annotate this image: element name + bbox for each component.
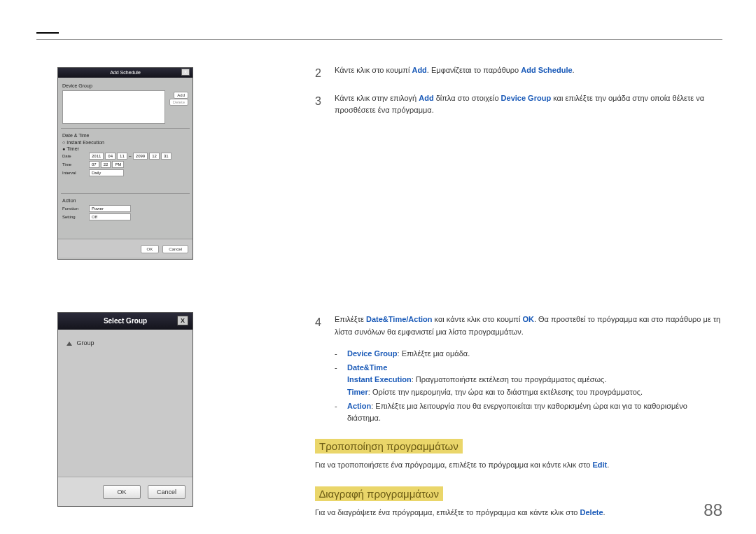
close-icon[interactable]: X [177, 316, 188, 325]
action-label: Action [62, 198, 188, 203]
tree-expand-icon[interactable] [66, 342, 72, 346]
top-divider [36, 39, 722, 40]
date-to-month[interactable]: 12 [149, 153, 160, 160]
step-number: 3 [315, 92, 335, 117]
accent-bar [36, 32, 59, 34]
date-from-year[interactable]: 2011 [89, 153, 104, 160]
instructions-steps-2-3: 2 Κάντε κλικ στο κουμπί Add. Εμφανίζεται… [315, 64, 722, 127]
instant-execution-radio[interactable]: ○ [62, 140, 65, 145]
step-2: 2 Κάντε κλικ στο κουμπί Add. Εμφανίζεται… [315, 64, 722, 83]
figure-select-group-window: Select Group X Group OK Cancel [57, 312, 193, 507]
device-group-label: Device Group [62, 83, 188, 88]
time-hour[interactable]: 07 [89, 161, 99, 168]
dialog-title: Select Group X [58, 313, 192, 330]
step-number: 2 [315, 64, 335, 83]
section-text-modify: Για να τροποποιήσετε ένα πρόγραμμα, επιλ… [315, 459, 722, 472]
instructions-step-4-and-sections: 4 Επιλέξτε Date&Time/Action και κάντε κλ… [315, 314, 722, 522]
date-from-day[interactable]: 11 [117, 153, 127, 160]
section-text-delete: Για να διαγράψετε ένα πρόγραμμα, επιλέξτ… [315, 507, 722, 519]
section-heading-delete: ∆ιαγραφή προγραμμάτων [315, 486, 443, 501]
group-tree-root[interactable]: Group [77, 339, 94, 346]
date-time-label: Date & Time [62, 133, 188, 138]
time-min[interactable]: 22 [101, 161, 111, 168]
ok-button[interactable]: OK [141, 245, 160, 253]
page-number: 88 [704, 500, 722, 520]
cancel-button[interactable]: Cancel [162, 245, 188, 253]
add-button[interactable]: Add [174, 92, 188, 99]
step-3: 3 Κάντε κλικ στην επιλογή Add δίπλα στο … [315, 92, 722, 117]
timer-radio[interactable]: ● [62, 146, 65, 151]
step-number: 4 [315, 314, 335, 338]
dialog-title-text: Add Schedule [110, 70, 141, 75]
dialog-title: Add Schedule X [58, 68, 192, 78]
close-icon[interactable]: X [181, 69, 190, 76]
time-ampm[interactable]: PM [112, 161, 124, 168]
interval-select[interactable]: Daily [89, 169, 124, 176]
step-4: 4 Επιλέξτε Date&Time/Action και κάντε κλ… [315, 314, 722, 338]
figure-add-schedule-window: Add Schedule X Device Group Add Delete D… [57, 67, 193, 260]
date-to-day[interactable]: 31 [161, 153, 172, 160]
ok-button[interactable]: OK [103, 485, 141, 499]
device-group-list[interactable] [62, 90, 165, 124]
date-from-month[interactable]: 04 [105, 153, 115, 160]
date-to-year[interactable]: 2099 [133, 153, 148, 160]
dialog-title-text: Select Group [104, 317, 147, 325]
cancel-button[interactable]: Cancel [148, 485, 186, 499]
function-select[interactable]: Power [89, 205, 131, 212]
delete-button[interactable]: Delete [169, 99, 188, 106]
section-heading-modify: Τροποποίηση προγραμμάτων [315, 439, 463, 454]
setting-select[interactable]: Off [89, 213, 131, 220]
